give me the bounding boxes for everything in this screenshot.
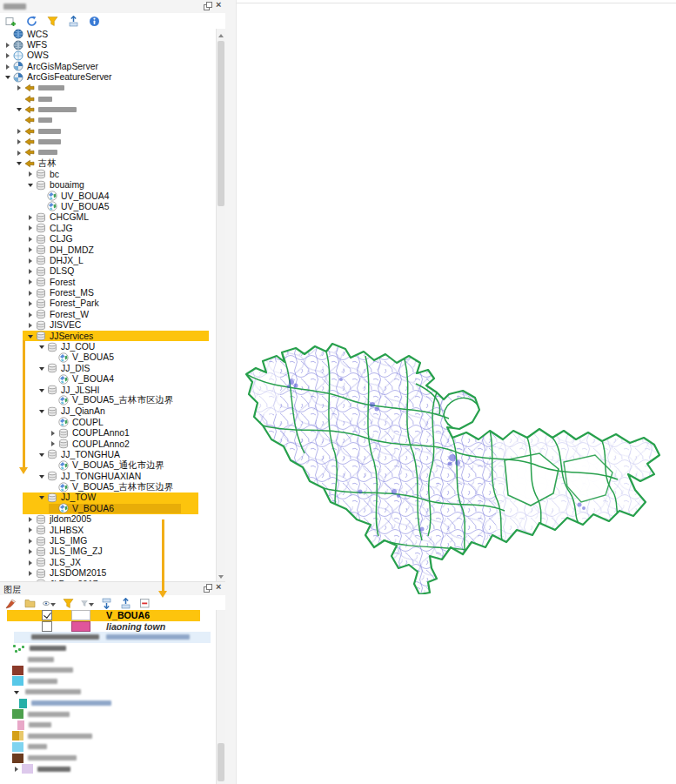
close-panel-icon[interactable] bbox=[215, 584, 224, 593]
tree-item-redacted[interactable] bbox=[0, 147, 216, 157]
tree-item-jls-img-zj[interactable]: JLS_IMG_ZJ bbox=[0, 546, 216, 557]
filter-legend-button[interactable] bbox=[62, 597, 75, 610]
tree-item-dlsq[interactable]: DLSQ bbox=[0, 266, 216, 277]
tree-item-v-boua5-jilin2[interactable]: V_BOUA5_吉林市区边界 bbox=[0, 481, 216, 492]
tree-item-forest-ms[interactable]: Forest_MS bbox=[0, 287, 216, 298]
expander-icon[interactable] bbox=[37, 471, 47, 481]
tree-item-wcs[interactable]: WCS bbox=[0, 29, 216, 39]
tree-item-jj-cou[interactable]: JJ_COU bbox=[0, 341, 216, 352]
expander-icon[interactable] bbox=[37, 449, 47, 459]
expander-icon[interactable] bbox=[26, 298, 36, 309]
tree-item-jlhbsx[interactable]: JLHBSX bbox=[0, 525, 216, 535]
expander-icon[interactable] bbox=[37, 493, 47, 503]
layer-item-redacted[interactable] bbox=[0, 676, 218, 687]
tree-item-redacted[interactable] bbox=[0, 93, 216, 104]
layer-item-redacted[interactable] bbox=[0, 643, 218, 654]
tree-item-jj-tonghuaxian[interactable]: JJ_TONGHUAXIAN bbox=[0, 471, 216, 481]
tree-item-dh-dmdz[interactable]: DH_DMDZ bbox=[0, 245, 216, 255]
tree-item-uv-boua5[interactable]: UV_BOUA5 bbox=[0, 201, 216, 211]
expander-icon[interactable] bbox=[15, 137, 24, 147]
layer-item-redacted[interactable] bbox=[0, 665, 218, 676]
tree-item-wfs[interactable]: WFS bbox=[0, 39, 216, 50]
map-canvas[interactable] bbox=[237, 0, 676, 784]
expander-icon[interactable] bbox=[49, 428, 58, 439]
tree-item-v-boua5-tonghua[interactable]: V_BOUA5_通化市边界 bbox=[0, 460, 216, 471]
expander-icon[interactable] bbox=[37, 406, 47, 417]
browser-scrollbar[interactable] bbox=[216, 29, 225, 581]
layer-checkbox[interactable] bbox=[42, 621, 52, 632]
add-layer-button[interactable] bbox=[4, 15, 17, 28]
scrollbar-thumb[interactable] bbox=[218, 743, 224, 781]
tree-item-jjservices[interactable]: JJServices bbox=[0, 331, 216, 341]
tree-item-forest-w[interactable]: Forest_W bbox=[0, 309, 216, 319]
collapse-all-button[interactable] bbox=[119, 597, 132, 610]
tree-item-coupl[interactable]: COUPL bbox=[0, 417, 216, 427]
tree-item-bouaimg[interactable]: bouaimg bbox=[0, 179, 216, 190]
expander-icon[interactable] bbox=[26, 223, 36, 233]
collapse-all-button[interactable] bbox=[67, 15, 80, 28]
tree-item-arcgisfeatureserver[interactable]: ArcGisFeatureServer bbox=[0, 72, 216, 83]
tree-item-dhjx-l[interactable]: DHJX_L bbox=[0, 255, 216, 265]
tree-item-jldom2005[interactable]: jldom2005 bbox=[0, 514, 216, 525]
panel-divider[interactable] bbox=[225, 0, 237, 784]
tree-item-bc[interactable]: bc bbox=[0, 169, 216, 179]
expander-icon[interactable] bbox=[26, 525, 36, 535]
layer-item-redacted[interactable] bbox=[0, 708, 218, 720]
tree-item-redacted[interactable] bbox=[0, 104, 216, 115]
tree-item-redacted[interactable] bbox=[0, 83, 216, 93]
expander-icon[interactable] bbox=[26, 169, 36, 179]
layer-checkbox[interactable] bbox=[42, 610, 52, 620]
tree-item-couplanno1[interactable]: COUPLAnno1 bbox=[0, 427, 216, 438]
expander-icon[interactable] bbox=[15, 104, 24, 115]
tree-item-jlsdom2015[interactable]: JLSDOM2015 bbox=[0, 568, 216, 579]
layer-item-liaoning-town[interactable]: liaoning town bbox=[0, 621, 218, 633]
expander-icon[interactable] bbox=[3, 61, 13, 71]
tree-item-cljg[interactable]: CLJG bbox=[0, 223, 216, 233]
expander-icon[interactable] bbox=[26, 320, 36, 331]
tree-item-v-boua6[interactable]: V_BOUA6 bbox=[0, 503, 216, 513]
layer-item-redacted[interactable] bbox=[0, 741, 218, 753]
filter-browser-button[interactable] bbox=[46, 15, 59, 28]
tree-item-redacted[interactable] bbox=[0, 137, 216, 147]
manage-map-themes-button[interactable] bbox=[43, 597, 56, 610]
expander-icon[interactable] bbox=[12, 764, 22, 774]
close-panel-icon[interactable] bbox=[215, 2, 224, 10]
tree-item-jls-jx[interactable]: JLS_JX bbox=[0, 557, 216, 567]
layer-item-redacted[interactable] bbox=[0, 753, 218, 764]
expander-icon[interactable] bbox=[26, 514, 36, 525]
tree-item-jj-tonghua[interactable]: JJ_TONGHUA bbox=[0, 449, 216, 459]
expander-icon[interactable] bbox=[26, 579, 36, 581]
layer-item-redacted[interactable] bbox=[0, 720, 218, 731]
tree-item-arcgismapserver[interactable]: ArcGisMapServer bbox=[0, 61, 216, 71]
tree-item-jilin[interactable]: 吉林 bbox=[0, 158, 216, 169]
expander-icon[interactable] bbox=[37, 385, 47, 395]
expander-icon[interactable] bbox=[15, 158, 24, 169]
layers-scrollbar[interactable] bbox=[216, 610, 225, 784]
layer-item-redacted[interactable] bbox=[0, 632, 218, 643]
expander-icon[interactable] bbox=[15, 126, 24, 137]
tree-item-cljg2[interactable]: CLJG bbox=[0, 233, 216, 244]
expander-icon[interactable] bbox=[3, 40, 13, 50]
expander-icon[interactable] bbox=[15, 147, 24, 157]
layer-item-redacted[interactable] bbox=[0, 653, 218, 665]
tree-item-couplanno2[interactable]: COUPLAnno2 bbox=[0, 439, 216, 449]
filter-by-expression-button[interactable] bbox=[81, 597, 94, 610]
tree-item-uv-boua4[interactable]: UV_BOUA4 bbox=[0, 191, 216, 201]
expand-all-button[interactable] bbox=[100, 597, 113, 610]
tree-item-forest-park[interactable]: Forest_Park bbox=[0, 298, 216, 309]
expander-icon[interactable] bbox=[26, 546, 36, 557]
expander-icon[interactable] bbox=[26, 331, 36, 341]
tree-item-jj-tow[interactable]: JJ_TOW bbox=[0, 493, 216, 503]
expander-icon[interactable] bbox=[26, 536, 36, 546]
layer-item-v-boua6[interactable]: V_BOUA6 bbox=[0, 610, 218, 621]
layer-item-redacted[interactable] bbox=[0, 731, 218, 742]
open-layer-styling-button[interactable] bbox=[4, 597, 17, 610]
expander-icon[interactable] bbox=[26, 277, 36, 287]
expander-icon[interactable] bbox=[12, 687, 22, 697]
expander-icon[interactable] bbox=[37, 342, 47, 352]
refresh-button[interactable] bbox=[25, 15, 38, 28]
tree-item-forest[interactable]: Forest bbox=[0, 277, 216, 287]
expander-icon[interactable] bbox=[26, 180, 36, 191]
expander-icon[interactable] bbox=[26, 245, 36, 255]
expander-icon[interactable] bbox=[26, 288, 36, 298]
